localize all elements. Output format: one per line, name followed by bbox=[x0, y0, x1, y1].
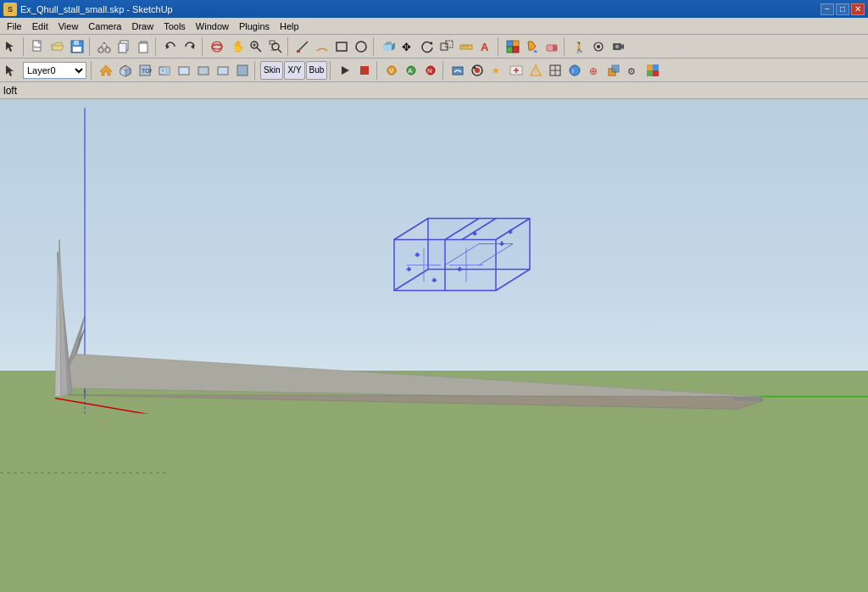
select-tool-button[interactable] bbox=[2, 37, 20, 56]
undo-button[interactable] bbox=[161, 37, 180, 56]
back-view-button[interactable] bbox=[194, 61, 213, 80]
circle-tool-button[interactable] bbox=[352, 37, 370, 56]
redo-button[interactable] bbox=[181, 37, 199, 56]
svg-marker-33 bbox=[392, 42, 395, 51]
svg-marker-70 bbox=[342, 66, 349, 75]
move-tool-button[interactable]: ✥ bbox=[398, 37, 417, 56]
svg-rect-96 bbox=[653, 64, 659, 70]
viewport[interactable]: + + + + + + + bbox=[0, 99, 868, 592]
bottom-view-button[interactable] bbox=[233, 61, 252, 80]
plugin-btn-10[interactable]: i bbox=[565, 61, 584, 80]
plugin-btn-1[interactable]: V bbox=[382, 61, 401, 80]
save-file-button[interactable] bbox=[68, 37, 86, 56]
toolbar-sep-4 bbox=[202, 37, 205, 56]
top-view-button[interactable]: TOP bbox=[136, 61, 154, 80]
svg-line-121 bbox=[496, 270, 530, 291]
arc-tool-button[interactable] bbox=[313, 37, 331, 56]
cut-button[interactable] bbox=[95, 37, 114, 56]
component-button[interactable] bbox=[504, 37, 522, 56]
svg-rect-68 bbox=[218, 67, 228, 75]
layer-dropdown[interactable]: Layer0 bbox=[23, 62, 86, 79]
select-button-2[interactable] bbox=[2, 61, 20, 80]
titlebar: S Ex_Qhull_stall_small.skp - SketchUp − … bbox=[0, 0, 868, 18]
tape-measure-button[interactable] bbox=[457, 37, 476, 56]
stop-button[interactable] bbox=[355, 61, 374, 80]
home-view-button[interactable] bbox=[97, 61, 115, 80]
svg-text:TOP: TOP bbox=[142, 68, 152, 74]
close-button[interactable]: ✕ bbox=[851, 3, 865, 15]
scale-tool-button[interactable] bbox=[437, 37, 456, 56]
zoom-extents-button[interactable] bbox=[266, 37, 285, 56]
svg-rect-67 bbox=[198, 67, 209, 75]
menu-window[interactable]: Window bbox=[191, 20, 234, 33]
svg-rect-28 bbox=[297, 50, 300, 53]
right-view-button[interactable] bbox=[175, 61, 193, 80]
svg-rect-39 bbox=[460, 45, 472, 49]
svg-text:✥: ✥ bbox=[402, 41, 411, 53]
svg-rect-97 bbox=[647, 70, 653, 76]
minimize-button[interactable]: − bbox=[821, 3, 834, 15]
menu-file[interactable]: File bbox=[2, 20, 27, 33]
left-view-button[interactable] bbox=[214, 61, 232, 80]
iso-view-button[interactable] bbox=[116, 61, 135, 80]
maximize-button[interactable]: □ bbox=[836, 3, 849, 15]
menu-view[interactable]: View bbox=[53, 20, 84, 33]
toolbar-secondary: Layer0 TOP Skin X/Y Bub V A bbox=[0, 59, 868, 82]
menu-camera[interactable]: Camera bbox=[83, 20, 126, 33]
menu-help[interactable]: Help bbox=[275, 20, 304, 33]
push-pull-button[interactable] bbox=[379, 37, 398, 56]
orbit-button[interactable] bbox=[208, 37, 226, 56]
rotate-tool-button[interactable] bbox=[418, 37, 437, 56]
open-file-button[interactable] bbox=[48, 37, 67, 56]
new-file-button[interactable]: New bbox=[29, 37, 47, 56]
svg-text:N: N bbox=[427, 67, 432, 75]
plugin-btn-14[interactable] bbox=[643, 61, 662, 80]
layer-select[interactable]: Layer0 bbox=[23, 62, 86, 79]
plugin-btn-11[interactable]: ⊕ bbox=[585, 61, 604, 80]
xy-button[interactable]: X/Y bbox=[284, 61, 304, 80]
menu-tools[interactable]: Tools bbox=[159, 20, 191, 33]
bub-button[interactable]: Bub bbox=[306, 61, 328, 80]
svg-line-118 bbox=[394, 219, 428, 240]
svg-text:New: New bbox=[34, 45, 41, 49]
plugin-btn-12[interactable] bbox=[604, 61, 623, 80]
zoom-button[interactable] bbox=[247, 37, 265, 56]
rectangle-tool-button[interactable] bbox=[332, 37, 351, 56]
plugin-btn-8[interactable] bbox=[526, 61, 545, 80]
plugin-btn-13[interactable]: ⚙ bbox=[624, 61, 643, 80]
svg-text:+: + bbox=[458, 265, 462, 273]
plugin-btn-2[interactable]: A bbox=[402, 61, 420, 80]
plugin-btn-5[interactable] bbox=[468, 61, 487, 80]
svg-marker-108 bbox=[55, 355, 763, 401]
front-view-button[interactable] bbox=[155, 61, 174, 80]
look-around-button[interactable] bbox=[589, 37, 608, 56]
plugin-btn-3[interactable]: N bbox=[421, 61, 440, 80]
svg-rect-37 bbox=[441, 43, 448, 50]
walk-tool-button[interactable]: 🚶 bbox=[570, 37, 588, 56]
eraser-button[interactable] bbox=[542, 37, 561, 56]
position-camera-button[interactable] bbox=[609, 37, 627, 56]
plugin-btn-4[interactable] bbox=[448, 61, 467, 80]
toolbar-sep-3 bbox=[155, 37, 159, 56]
plugin-btn-7[interactable] bbox=[507, 61, 526, 80]
copy-button[interactable] bbox=[114, 37, 133, 56]
paint-bucket-button[interactable] bbox=[523, 37, 542, 56]
pan-button[interactable]: ✋ bbox=[227, 37, 246, 56]
line-tool-button[interactable] bbox=[293, 37, 312, 56]
menu-plugins[interactable]: Plugins bbox=[234, 20, 275, 33]
plugin-btn-6[interactable]: ★ bbox=[487, 61, 506, 80]
menu-edit[interactable]: Edit bbox=[27, 20, 53, 33]
window-title: Ex_Qhull_stall_small.skp - SketchUp bbox=[20, 4, 173, 14]
play-button[interactable] bbox=[336, 61, 354, 80]
text-tool-button[interactable]: A bbox=[476, 37, 495, 56]
svg-point-55 bbox=[615, 45, 619, 48]
skin-button[interactable]: Skin bbox=[260, 61, 283, 80]
svg-text:⊕: ⊕ bbox=[589, 65, 598, 77]
svg-rect-46 bbox=[507, 47, 513, 53]
plugin-btn-9[interactable] bbox=[546, 61, 565, 80]
svg-marker-115 bbox=[59, 240, 68, 397]
svg-text:★: ★ bbox=[492, 65, 500, 75]
svg-marker-15 bbox=[191, 44, 194, 49]
paste-button[interactable] bbox=[134, 37, 153, 56]
menu-draw[interactable]: Draw bbox=[126, 20, 159, 33]
